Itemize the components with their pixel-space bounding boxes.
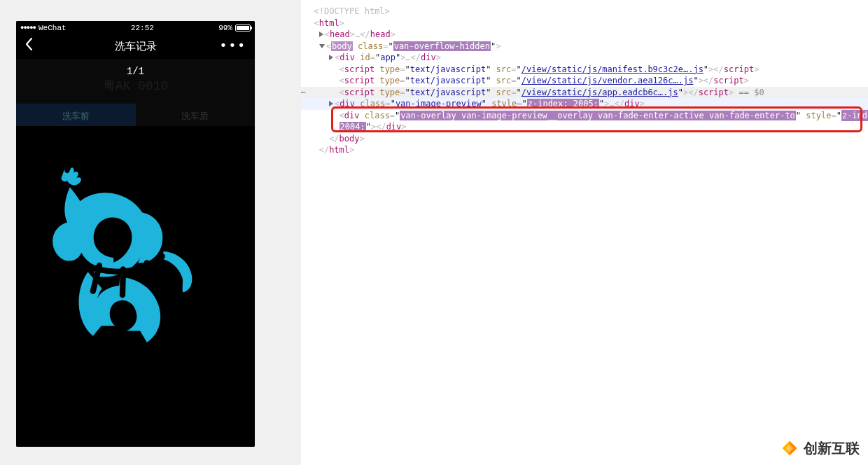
phone-frame: ●●●●● WeChat 22:52 99% 洗车记录 ••• 1/1 粤AK … xyxy=(16,21,255,447)
code-line-selected: ⋯ <script type="text/javascript" src="/v… xyxy=(301,87,868,99)
svg-point-0 xyxy=(101,230,111,244)
nav-bar: 洗车记录 ••• xyxy=(16,34,255,59)
devtools-elements-panel[interactable]: <!DOCTYPE html> <html> <head>…</head> <b… xyxy=(301,0,868,465)
watermark-logo-icon xyxy=(780,438,799,458)
watermark-text: 创新互联 xyxy=(804,439,860,458)
more-icon[interactable]: ••• xyxy=(220,39,246,53)
code-line: <script type="text/javascript" src="/vie… xyxy=(301,75,868,87)
code-line: </body> xyxy=(301,133,868,145)
image-counter: 1/1 xyxy=(16,59,255,79)
carrier-label: WeChat xyxy=(38,24,66,32)
watermark: 创新互联 xyxy=(780,438,860,458)
back-icon[interactable] xyxy=(24,37,33,56)
battery-icon xyxy=(235,25,251,32)
tab-after[interactable]: 洗车后 xyxy=(136,104,255,129)
license-plate: 粤AK 0010 xyxy=(16,77,255,94)
wash-tabs: 洗车前 洗车后 xyxy=(16,104,255,129)
image-preview[interactable] xyxy=(16,126,255,447)
code-line: </html> xyxy=(301,144,868,156)
code-line: <div id="app">…</div> xyxy=(301,52,868,64)
signal-icon: ●●●●● xyxy=(20,25,36,32)
tab-before[interactable]: 洗车前 xyxy=(16,104,136,129)
code-line: <head>…</head> xyxy=(301,29,868,41)
code-line-highlighted: 2004;"></div> xyxy=(301,121,868,133)
status-time: 22:52 xyxy=(131,24,154,32)
code-line: <div class="van-image-preview" style="z-… xyxy=(301,98,868,110)
battery-percent: 99% xyxy=(218,24,232,32)
preview-image xyxy=(30,153,223,363)
status-bar: ●●●●● WeChat 22:52 99% xyxy=(16,21,255,34)
code-line: <body class="van-overflow-hidden"> xyxy=(301,41,868,53)
context-dots-icon[interactable]: ⋯ xyxy=(301,87,307,99)
mobile-simulator-panel: ●●●●● WeChat 22:52 99% 洗车记录 ••• 1/1 粤AK … xyxy=(0,0,301,465)
code-line: <html> xyxy=(301,18,868,29)
code-line: <!DOCTYPE html> xyxy=(301,6,868,18)
code-line: <script type="text/javascript" src="/vie… xyxy=(301,64,868,76)
code-line-highlighted: <div class="van-overlay van-image-previe… xyxy=(301,110,868,122)
